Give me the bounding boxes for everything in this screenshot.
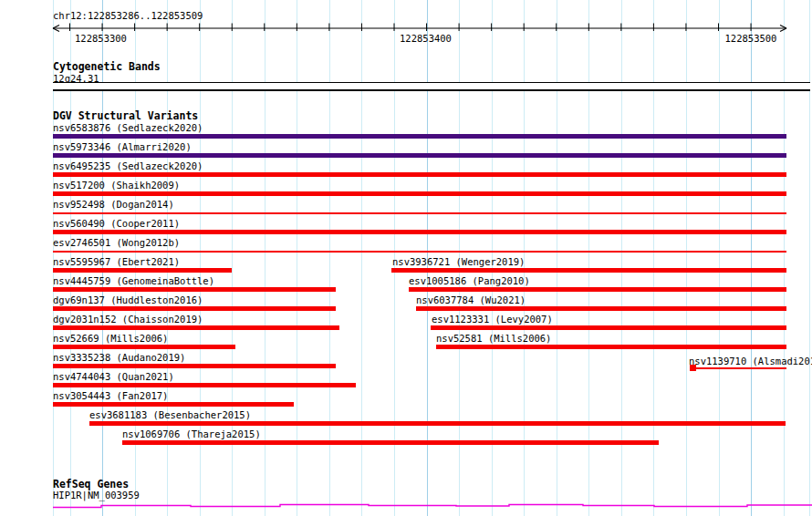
gridline — [751, 0, 752, 516]
variant-bar[interactable] — [89, 421, 786, 426]
variant-label[interactable]: nsv52581 (Mills2006) — [436, 333, 551, 344]
gridline — [686, 0, 687, 516]
variant-label[interactable]: esv2746501 (Wong2012b) — [53, 237, 180, 248]
variant-bar[interactable] — [53, 306, 336, 311]
variant-bar[interactable] — [53, 172, 786, 177]
variant-bar[interactable] — [53, 364, 336, 368]
gridline — [361, 0, 362, 516]
region-title: chr12:122853286..122853509 — [53, 10, 203, 21]
variant-bar[interactable] — [53, 287, 336, 292]
section-title-cytogenetic-bands: Cytogenetic Bands — [53, 61, 161, 73]
variant-box-marker[interactable] — [690, 365, 696, 371]
variant-bar[interactable] — [53, 345, 235, 349]
genome-browser-view: chr12:122853286..122853509 1228533001228… — [0, 0, 812, 516]
variant-label[interactable]: nsv4744043 (Quan2021) — [53, 371, 174, 382]
variant-label[interactable]: dgv2031n152 (Chaisson2019) — [53, 314, 203, 325]
gridline — [265, 0, 265, 516]
variant-label[interactable]: nsv1139710 (Alsmadi2014) — [689, 356, 812, 366]
gridline — [784, 0, 785, 516]
gridline — [719, 0, 720, 516]
variant-bar[interactable] — [53, 402, 294, 407]
gene-label[interactable]: HIP1R|NM_003959 — [53, 490, 140, 501]
variant-bar-line[interactable] — [696, 367, 786, 369]
variant-label[interactable]: esv3681183 (Besenbacher2015) — [89, 409, 251, 420]
variant-label[interactable]: nsv6583876 (Sedlazeck2020) — [53, 122, 203, 133]
variant-bar[interactable] — [122, 440, 659, 445]
variant-label[interactable]: nsv952498 (Dogan2014) — [53, 199, 174, 210]
gridline — [329, 0, 330, 516]
gridline — [621, 0, 622, 516]
variant-bar[interactable] — [53, 251, 786, 253]
variant-label[interactable]: nsv1069706 (Thareja2015) — [122, 428, 261, 439]
variant-bar[interactable] — [53, 230, 786, 234]
variant-label[interactable]: nsv3936721 (Wenger2019) — [392, 256, 525, 267]
variant-bar[interactable] — [409, 287, 786, 292]
variant-bar[interactable] — [53, 191, 786, 196]
variant-bar[interactable] — [431, 325, 786, 330]
ruler-tick-label: 122853300 — [75, 33, 127, 44]
variant-label[interactable]: dgv69n137 (Huddleston2016) — [53, 294, 203, 305]
variant-bar[interactable] — [53, 212, 786, 214]
gridline — [809, 0, 810, 516]
variant-label[interactable]: nsv6037784 (Wu2021) — [416, 294, 526, 305]
variant-bar[interactable] — [53, 153, 786, 158]
gridline — [653, 0, 654, 516]
variant-label[interactable]: nsv6495235 (Sedlazeck2020) — [53, 160, 203, 171]
variant-label[interactable]: nsv560490 (Cooper2011) — [53, 218, 180, 229]
gridline — [297, 0, 297, 516]
variant-bar[interactable] — [53, 383, 356, 387]
ruler-tick-label: 122853400 — [400, 33, 452, 44]
variant-label[interactable]: esv1005186 (Pang2010) — [409, 275, 530, 286]
variant-bar[interactable] — [391, 268, 786, 273]
gridline — [588, 0, 589, 516]
variant-label[interactable]: nsv52669 (Mills2006) — [53, 333, 168, 344]
variant-label[interactable]: nsv5973346 (Almarri2020) — [53, 141, 192, 152]
variant-label[interactable]: nsv5595967 (Ebert2021) — [53, 256, 180, 267]
section-title-dgv-structural-variants: DGV Structural Variants — [53, 110, 198, 122]
gridline — [557, 0, 557, 516]
variant-bar[interactable] — [53, 268, 232, 273]
variant-bar[interactable] — [53, 134, 786, 139]
variant-bar[interactable] — [53, 325, 339, 330]
variant-label[interactable]: nsv3335238 (Audano2019) — [53, 352, 185, 363]
cytoband-track[interactable] — [53, 82, 810, 91]
variant-label[interactable]: esv1123331 (Levy2007) — [432, 314, 553, 325]
variant-bar[interactable] — [416, 306, 786, 311]
variant-label[interactable]: nsv4445759 (GenomeinaBottle) — [53, 275, 214, 286]
variant-label[interactable]: nsv517200 (Shaikh2009) — [53, 180, 180, 191]
variant-bar[interactable] — [436, 345, 786, 349]
ruler-tick-label: 122853500 — [725, 33, 777, 44]
variant-label[interactable]: nsv3054443 (Fan2017) — [53, 390, 168, 401]
